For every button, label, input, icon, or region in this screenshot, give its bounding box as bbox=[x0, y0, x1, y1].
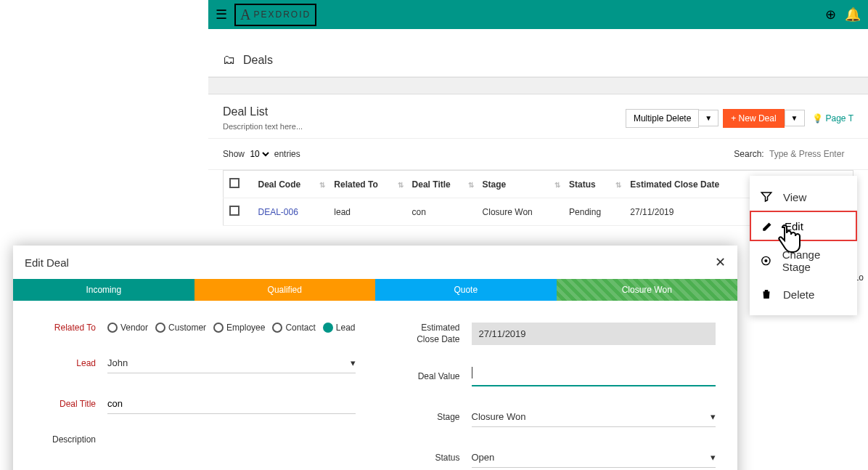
stage-incoming[interactable]: Incoming bbox=[13, 279, 195, 301]
logo[interactable]: A PEXDROID bbox=[234, 4, 316, 26]
text-cursor bbox=[472, 367, 472, 378]
radio-lead[interactable]: Lead bbox=[323, 323, 356, 333]
close-icon[interactable]: ✕ bbox=[715, 254, 726, 270]
search-label: Search: bbox=[734, 149, 763, 159]
search-control: Search: bbox=[734, 146, 853, 162]
form-left-col: Related To Vendor Customer Employee Cont… bbox=[35, 323, 356, 470]
col-status[interactable]: Status⇅ bbox=[563, 171, 624, 198]
label-related-to: Related To bbox=[35, 323, 107, 333]
cell-status: Pending bbox=[563, 198, 624, 226]
list-header: Deal List Description text here... Multi… bbox=[208, 94, 868, 139]
deal-title-input[interactable] bbox=[107, 394, 356, 414]
new-deal-button[interactable]: + New Deal bbox=[723, 109, 784, 128]
col-deal-code[interactable]: Deal Code⇅ bbox=[253, 171, 329, 198]
stage-select[interactable]: Closure Won▾ bbox=[472, 407, 716, 427]
cell-related-to: lead bbox=[328, 198, 406, 226]
app-header: ☰ A PEXDROID ⊕ 🔔 bbox=[208, 0, 868, 29]
row-context-menu: View Edit Change Stage Delete bbox=[750, 176, 857, 315]
chevron-down-icon: ▾ bbox=[711, 411, 716, 422]
form-body: Related To Vendor Customer Employee Cont… bbox=[13, 301, 737, 470]
search-input[interactable] bbox=[766, 146, 853, 162]
select-all-checkbox[interactable] bbox=[229, 178, 239, 188]
sort-icon: ⇅ bbox=[319, 180, 325, 188]
radio-vendor[interactable]: Vendor bbox=[107, 323, 148, 333]
row-checkbox[interactable] bbox=[229, 206, 239, 216]
stage-quote[interactable]: Quote bbox=[375, 279, 557, 301]
svg-point-1 bbox=[764, 259, 767, 262]
context-edit[interactable]: Edit bbox=[750, 211, 857, 241]
context-view[interactable]: View bbox=[750, 183, 857, 211]
modal-title: Edit Deal bbox=[25, 256, 69, 269]
sort-icon: ⇅ bbox=[615, 180, 621, 188]
list-actions: Multiple Delete ▼ + New Deal ▼ 💡 Page T bbox=[626, 105, 853, 131]
radio-contact[interactable]: Contact bbox=[272, 323, 315, 333]
list-title: Deal List bbox=[223, 105, 303, 118]
list-description: Description text here... bbox=[223, 122, 303, 131]
logo-text: PEXDROID bbox=[253, 9, 311, 20]
label-deal-title: Deal Title bbox=[35, 399, 107, 409]
label-description: Description bbox=[35, 434, 107, 445]
deal-value-input[interactable] bbox=[472, 365, 716, 386]
context-delete[interactable]: Delete bbox=[750, 280, 857, 308]
trash-icon bbox=[760, 288, 773, 301]
radio-customer[interactable]: Customer bbox=[155, 323, 206, 333]
context-change-stage[interactable]: Change Stage bbox=[750, 241, 857, 280]
sort-icon: ⇅ bbox=[554, 180, 560, 188]
cell-deal-title: con bbox=[406, 198, 477, 226]
chevron-down-icon: ▾ bbox=[351, 357, 356, 368]
col-est-close[interactable]: Estimated Close Date⇅ bbox=[624, 171, 766, 198]
label-stage: Stage bbox=[399, 412, 472, 422]
label-status: Status bbox=[399, 453, 472, 463]
list-header-left: Deal List Description text here... bbox=[223, 105, 303, 131]
table-controls: Show 10 entries Search: bbox=[208, 139, 868, 170]
cell-stage: Closure Won bbox=[477, 198, 563, 226]
pencil-icon bbox=[761, 219, 774, 232]
col-stage[interactable]: Stage⇅ bbox=[477, 171, 563, 198]
filter-icon bbox=[760, 190, 773, 203]
radio-employee[interactable]: Employee bbox=[213, 323, 265, 333]
new-deal-caret[interactable]: ▼ bbox=[785, 110, 805, 126]
target-icon bbox=[760, 254, 772, 267]
status-select[interactable]: Open▾ bbox=[472, 447, 716, 468]
logo-letter: A bbox=[240, 7, 250, 23]
modal-header: Edit Deal ✕ bbox=[13, 246, 737, 279]
entries-control: Show 10 entries bbox=[223, 148, 300, 160]
sort-icon: ⇅ bbox=[398, 180, 404, 188]
label-lead: Lead bbox=[35, 358, 107, 368]
add-icon[interactable]: ⊕ bbox=[825, 7, 836, 23]
label-deal-value: Deal Value bbox=[399, 371, 472, 381]
stage-qualified[interactable]: Qualified bbox=[195, 279, 376, 301]
chevron-down-icon: ▾ bbox=[711, 452, 716, 463]
label-est-close: Estimated Close Date bbox=[399, 323, 472, 345]
deals-icon: 🗂 bbox=[223, 52, 236, 68]
section-header: 🗂 Deals bbox=[208, 44, 868, 77]
lead-select[interactable]: John▾ bbox=[107, 353, 356, 373]
col-related-to[interactable]: Related To⇅ bbox=[328, 171, 406, 198]
stage-progress: Incoming Qualified Quote Closure Won bbox=[13, 279, 737, 301]
edit-deal-modal: Edit Deal ✕ Incoming Qualified Quote Clo… bbox=[13, 246, 737, 470]
related-to-radios: Vendor Customer Employee Contact Lead bbox=[107, 323, 356, 333]
multiple-delete-button[interactable]: Multiple Delete bbox=[626, 109, 699, 128]
form-right-col: Estimated Close Date 27/11/2019 Deal Val… bbox=[399, 323, 716, 470]
est-close-date-field[interactable]: 27/11/2019 bbox=[472, 323, 716, 345]
lightbulb-icon: 💡 bbox=[812, 113, 823, 123]
multiple-delete-caret[interactable]: ▼ bbox=[699, 110, 718, 126]
col-deal-title[interactable]: Deal Title⇅ bbox=[406, 171, 477, 198]
separator bbox=[208, 77, 868, 94]
section-title: Deals bbox=[243, 54, 273, 67]
entries-select[interactable]: 10 bbox=[247, 148, 271, 160]
cursor-hand-icon bbox=[774, 224, 803, 262]
stage-closure[interactable]: Closure Won bbox=[557, 279, 738, 301]
cell-est-close: 27/11/2019 bbox=[624, 198, 766, 226]
deal-code-link[interactable]: DEAL-006 bbox=[258, 207, 298, 217]
bell-icon[interactable]: 🔔 bbox=[845, 7, 861, 23]
header-actions: ⊕ 🔔 bbox=[825, 7, 861, 23]
menu-icon[interactable]: ☰ bbox=[216, 7, 227, 23]
sort-icon: ⇅ bbox=[468, 180, 474, 188]
page-tips-link[interactable]: 💡 Page T bbox=[812, 113, 853, 123]
